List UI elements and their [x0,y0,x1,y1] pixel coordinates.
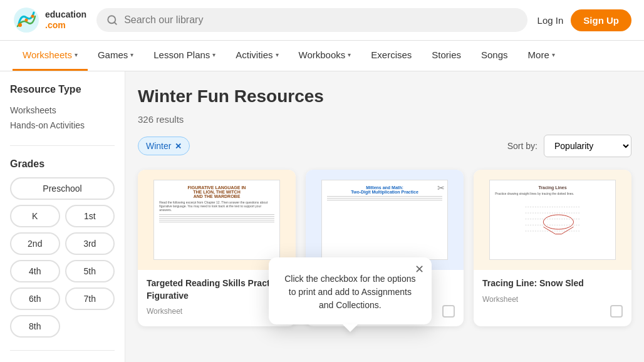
card-image-math: Mittens and Math:Two-Digit Multiplicatio… [306,170,464,270]
chevron-down-icon: ▾ [276,51,279,58]
nav-item-exercises[interactable]: Exercises [361,41,422,71]
card-title-reading: Targeted Reading Skills Practice: Figura… [147,277,287,302]
sidebar-divider [10,145,115,146]
worksheet-paper-tracing: Tracing Lines Practice drawing straight … [489,180,616,260]
filters-row: Winter ✕ Sort by: Popularity Newest Rati… [138,135,631,157]
logo-text: education.com [45,9,86,31]
scissors-icon: ✂ [437,183,445,193]
filter-tag-label: Winter [146,141,171,151]
results-count: 326 results [138,114,631,125]
resource-type-heading: Resource Type [10,84,115,95]
filter-tag-winter[interactable]: Winter ✕ [138,137,190,155]
svg-line-5 [115,22,117,24]
grade-1st[interactable]: 1st [65,205,115,227]
svg-point-3 [31,15,34,18]
nav-item-workbooks[interactable]: Workbooks ▾ [289,41,361,71]
nav-item-lesson-plans[interactable]: Lesson Plans ▾ [143,41,226,71]
tooltip-close-button[interactable]: ✕ [415,264,424,275]
chevron-down-icon: ▾ [130,51,133,58]
grade-4th[interactable]: 4th [10,260,60,282]
svg-point-2 [25,19,28,22]
tooltip-text: Click the checkbox for the options to pr… [281,272,419,312]
chevron-down-icon: ▾ [348,51,351,58]
worksheet-paper-reading: FIGURATIVE LANGUAGE INTHE LION, THE WITC… [153,180,280,260]
grade-8th[interactable]: 8th [10,315,60,338]
chevron-down-icon: ▾ [552,51,555,58]
main-content: Winter Fun Resources 326 results Winter … [125,71,644,362]
card-type-reading: Worksheet [147,307,287,316]
logo-icon [13,6,40,34]
search-icon [106,14,118,26]
chevron-down-icon: ▾ [212,51,216,58]
grade-3rd[interactable]: 3rd [65,232,115,255]
card-type-tracing: Worksheet [482,295,623,304]
sidebar-item-worksheets[interactable]: Worksheets [10,103,115,118]
nav-item-more[interactable]: More ▾ [518,41,565,71]
cards-container: FIGURATIVE LANGUAGE INTHE LION, THE WITC… [138,170,631,326]
login-button[interactable]: Log In [538,15,564,26]
grade-6th[interactable]: 6th [10,287,60,310]
sidebar-divider-2 [10,350,115,351]
nav-item-songs[interactable]: Songs [471,41,518,71]
sort-label: Sort by: [507,141,538,151]
auth-buttons: Log In Sign Up [538,9,631,31]
nav-item-games[interactable]: Games ▾ [88,41,143,71]
sort-row: Sort by: Popularity Newest Rating [507,135,631,157]
nav-item-stories[interactable]: Stories [422,41,471,71]
card-title-tracing: Tracing Line: Snow Sled [482,277,623,290]
card-checkbox-math[interactable] [442,305,455,318]
grade-2nd[interactable]: 2nd [10,232,60,255]
card-checkbox-tracing[interactable] [610,305,623,318]
svg-point-1 [18,23,22,27]
sort-select[interactable]: Popularity Newest Rating [544,135,631,157]
card-image-tracing: Tracing Lines Practice drawing straight … [474,170,631,270]
svg-point-11 [544,215,574,229]
filter-tags: Winter ✕ [138,137,190,155]
sidebar-item-hands-on[interactable]: Hands-on Activities [10,118,115,133]
nav-item-activities[interactable]: Activities ▾ [226,41,288,71]
search-bar[interactable] [96,8,527,32]
grades-section: Grades Preschool K 1st 2nd 3rd 4th 5th 6… [10,158,115,338]
grade-7th[interactable]: 7th [65,287,115,310]
search-input[interactable] [124,14,517,26]
close-icon[interactable]: ✕ [175,142,182,151]
card-body-tracing: Tracing Line: Snow Sled Worksheet [474,270,631,311]
signup-button[interactable]: Sign Up [571,9,631,31]
logo[interactable]: education.com [13,6,86,34]
nav-item-worksheets[interactable]: Worksheets ▾ [13,41,88,71]
card-tracing[interactable]: Tracing Lines Practice drawing straight … [474,170,631,326]
main-layout: Resource Type Worksheets Hands-on Activi… [0,71,644,362]
tooltip-popup: ✕ Click the checkbox for the options to … [269,257,432,324]
grades-heading: Grades [10,158,115,170]
worksheet-paper-math: Mittens and Math:Two-Digit Multiplicatio… [321,180,448,260]
card-image-reading: FIGURATIVE LANGUAGE INTHE LION, THE WITC… [138,170,296,270]
grade-preschool[interactable]: Preschool [10,177,115,200]
tooltip-arrow [343,324,358,332]
sidebar: Resource Type Worksheets Hands-on Activi… [0,71,125,362]
header: education.com Log In Sign Up [0,0,644,41]
grade-5th[interactable]: 5th [65,260,115,282]
main-nav: Worksheets ▾ Games ▾ Lesson Plans ▾ Acti… [0,41,644,71]
chevron-down-icon: ▾ [75,51,78,58]
grade-k[interactable]: K [10,205,60,227]
grade-buttons-grid: Preschool K 1st 2nd 3rd 4th 5th 6th 7th … [10,177,115,338]
tracing-lines-svg [495,198,610,246]
page-title: Winter Fun Resources [138,86,631,106]
